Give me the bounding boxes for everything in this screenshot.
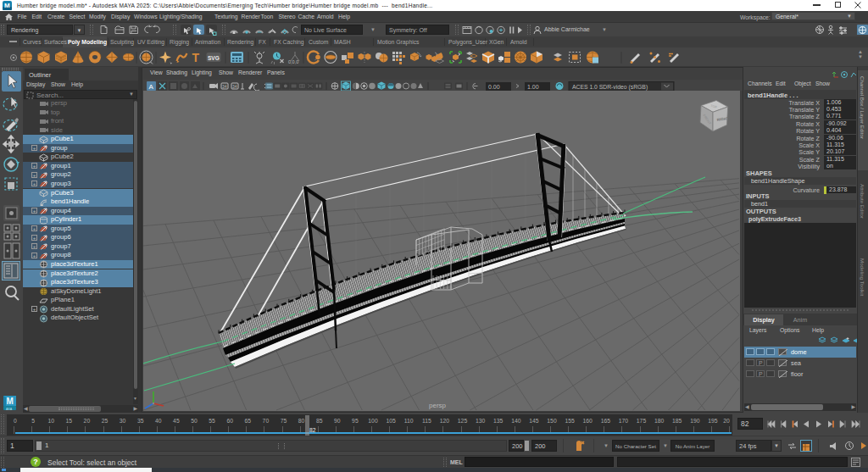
svg-text:persp: persp (429, 402, 447, 409)
